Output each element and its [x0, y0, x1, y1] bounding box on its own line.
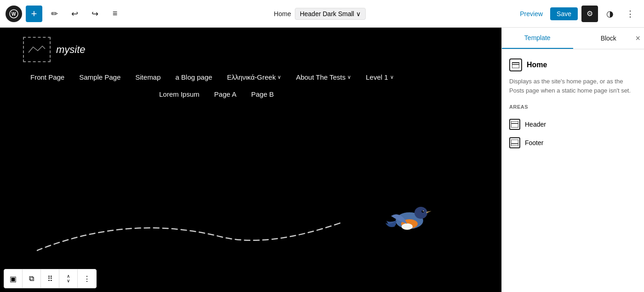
nav-sub-pageb[interactable]: Page B [244, 87, 281, 102]
move-up-button[interactable]: ∧ ∨ [59, 269, 78, 288]
panel-body: Home Displays as the site's home page, o… [502, 49, 644, 292]
nav-sub-pagea[interactable]: Page A [207, 87, 244, 102]
undo-button[interactable]: ↩ [66, 6, 83, 22]
home-section: Home [509, 58, 637, 71]
preview-button[interactable]: Preview [516, 7, 546, 20]
nav-item-blogpage[interactable]: a Blog page [168, 70, 219, 85]
greek-arrow-icon: ∨ [277, 74, 281, 80]
nav-item-sitemap[interactable]: Sitemap [128, 70, 168, 85]
breadcrumb-chip-label: Header Dark Small [300, 10, 354, 18]
nav-item-frontpage[interactable]: Front Page [23, 70, 72, 85]
areas-label: AREAS [509, 104, 637, 110]
edit-button[interactable]: ✏ [46, 6, 63, 22]
right-panel: Template Block × Home Displays as the si… [501, 28, 644, 292]
block-list-view-button[interactable]: ▣ [4, 269, 23, 288]
home-description: Displays as the site's home page, or as … [509, 77, 637, 95]
toolbar-right: Preview Save ⚙ ◑ ⋮ [516, 6, 638, 22]
tab-template[interactable]: Template [502, 28, 573, 49]
svg-point-3 [414, 207, 427, 219]
site-logo-area: mysite [23, 37, 478, 62]
primary-nav: Front Page Sample Page Sitemap a Blog pa… [23, 70, 478, 85]
site-header: mysite Front Page Sample Page Sitemap a … [0, 28, 501, 102]
svg-rect-11 [511, 121, 518, 128]
contrast-button[interactable]: ◑ [602, 6, 618, 22]
level1-arrow-icon: ∨ [390, 74, 394, 80]
area-item-header[interactable]: Header [509, 115, 637, 134]
svg-rect-9 [512, 63, 519, 68]
header-area-icon [509, 119, 520, 130]
svg-text:W: W [12, 12, 16, 17]
sub-nav: Lorem Ipsum Page A Page B [23, 87, 478, 102]
abouttests-arrow-icon: ∨ [347, 74, 351, 80]
footer-area-label: Footer [525, 139, 543, 146]
site-logo-box [23, 37, 51, 62]
tab-block[interactable]: Block [573, 28, 644, 49]
more-block-options-button[interactable]: ⋮ [78, 269, 96, 288]
home-icon [509, 58, 522, 71]
nav-item-samplepage[interactable]: Sample Page [72, 70, 128, 85]
area-item-footer[interactable]: Footer [509, 134, 637, 152]
svg-point-8 [423, 210, 424, 211]
nav-item-level1[interactable]: Level 1 ∨ [358, 70, 401, 85]
save-button[interactable]: Save [550, 7, 578, 20]
canvas-bottom-toolbar: ▣ ⧉ ⠿ ∧ ∨ ⋮ [4, 269, 97, 288]
footer-area-icon [509, 137, 520, 148]
main-toolbar: W + ✏ ↩ ↪ ≡ Home Header Dark Small ∨ Pre… [0, 0, 644, 28]
svg-point-7 [422, 210, 424, 213]
dashed-curve [37, 200, 340, 255]
main-area: mysite Front Page Sample Page Sitemap a … [0, 28, 644, 292]
redo-button[interactable]: ↪ [86, 6, 103, 22]
canvas-wrapper: mysite Front Page Sample Page Sitemap a … [0, 28, 501, 292]
breadcrumb-home: Home [274, 10, 291, 18]
header-area-label: Header [525, 121, 546, 128]
bird [382, 195, 437, 237]
breadcrumb-arrow-icon: ∨ [356, 10, 361, 18]
svg-point-5 [402, 223, 413, 230]
drag-handle[interactable]: ⠿ [41, 269, 59, 288]
canvas-scene [0, 172, 501, 264]
wp-logo[interactable]: W [6, 6, 22, 22]
duplicate-button[interactable]: ⧉ [23, 269, 41, 288]
breadcrumb: Home Header Dark Small ∨ [127, 8, 512, 20]
list-view-button[interactable]: ≡ [107, 6, 123, 22]
svg-rect-13 [511, 140, 518, 146]
nav-item-greek[interactable]: Ελληνικά-Greek ∨ [219, 70, 288, 85]
svg-rect-10 [512, 63, 519, 64]
nav-sub-loremipsum[interactable]: Lorem Ipsum [152, 87, 207, 102]
settings-button[interactable]: ⚙ [581, 6, 598, 22]
more-options-button[interactable]: ⋮ [622, 6, 638, 22]
panel-close-button[interactable]: × [635, 34, 640, 43]
nav-item-abouttests[interactable]: About The Tests ∨ [288, 70, 358, 85]
home-title: Home [527, 61, 547, 69]
panel-tabs: Template Block × [502, 28, 644, 49]
canvas[interactable]: mysite Front Page Sample Page Sitemap a … [0, 28, 501, 292]
breadcrumb-chip[interactable]: Header Dark Small ∨ [295, 8, 366, 20]
site-name: mysite [56, 44, 86, 56]
add-block-button[interactable]: + [26, 6, 42, 22]
